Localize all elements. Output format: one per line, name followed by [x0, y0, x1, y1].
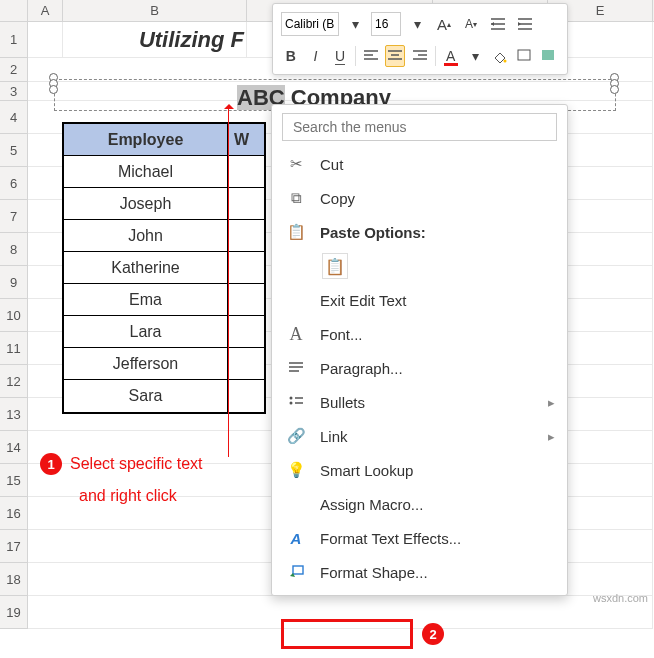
row-18[interactable]: 18 — [0, 563, 28, 596]
th-w: W — [228, 124, 264, 156]
increase-indent-icon[interactable] — [514, 13, 536, 35]
link-icon: 🔗 — [286, 427, 306, 445]
select-all-corner[interactable] — [0, 0, 28, 21]
copy-icon: ⧉ — [286, 189, 306, 207]
row-17[interactable]: 17 — [0, 530, 28, 563]
table-row[interactable]: Michael — [64, 156, 228, 188]
table-row[interactable]: Ema — [64, 284, 228, 316]
increase-font-icon[interactable]: A▴ — [433, 13, 455, 35]
row-13[interactable]: 13 — [0, 398, 28, 431]
align-left-icon[interactable] — [361, 45, 381, 67]
menu-bullets[interactable]: Bullets▸ — [272, 385, 567, 419]
data-table: Employee W MichaelJosephJohnKatherineEma… — [62, 122, 266, 414]
menu-search-input[interactable] — [282, 113, 557, 141]
clipboard-icon: 📋 — [286, 223, 306, 241]
th-employee: Employee — [64, 124, 228, 156]
row-9[interactable]: 9 — [0, 266, 28, 299]
menu-cut[interactable]: ✂Cut — [272, 147, 567, 181]
table-row[interactable]: Jefferson — [64, 348, 228, 380]
row-15[interactable]: 15 — [0, 464, 28, 497]
font-color-dropdown-icon[interactable]: ▾ — [465, 45, 485, 67]
row-10[interactable]: 10 — [0, 299, 28, 332]
style-button[interactable] — [539, 45, 559, 67]
col-b[interactable]: B — [63, 0, 247, 21]
menu-format-shape[interactable]: Format Shape... — [272, 555, 567, 589]
table-row[interactable]: Joseph — [64, 188, 228, 220]
align-center-icon[interactable] — [385, 45, 405, 67]
svg-point-4 — [290, 402, 293, 405]
row-11[interactable]: 11 — [0, 332, 28, 365]
mini-toolbar: ▾ ▾ A▴ A▾ B I U A ▾ — [272, 3, 568, 75]
context-menu: ✂Cut ⧉Copy 📋Paste Options: 📋 Exit Edit T… — [271, 104, 568, 596]
menu-paste-options: 📋Paste Options: — [272, 215, 567, 249]
row-7[interactable]: 7 — [0, 200, 28, 233]
watermark: wsxdn.com — [593, 592, 648, 604]
svg-point-0 — [503, 60, 506, 63]
underline-button[interactable]: U — [330, 45, 350, 67]
font-size-input[interactable] — [371, 12, 401, 36]
annotation-text-2: and right click — [79, 487, 177, 505]
badge-2: 2 — [422, 623, 444, 645]
row-16[interactable]: 16 — [0, 497, 28, 530]
annotation-1: 1 Select specific text — [40, 453, 203, 475]
row-19[interactable]: 19 — [0, 596, 28, 629]
bullets-icon — [286, 395, 306, 409]
svg-rect-2 — [542, 50, 554, 60]
format-shape-icon — [286, 565, 306, 579]
menu-paragraph[interactable]: Paragraph... — [272, 351, 567, 385]
font-icon: A — [286, 324, 306, 345]
table-row[interactable]: Katherine — [64, 252, 228, 284]
svg-rect-5 — [293, 566, 303, 574]
annotation-text-1: Select specific text — [70, 455, 203, 473]
scissors-icon: ✂ — [286, 155, 306, 173]
paragraph-icon — [286, 361, 306, 375]
row-12[interactable]: 12 — [0, 365, 28, 398]
row-3[interactable]: 3 — [0, 82, 28, 101]
paste-keep-text-icon[interactable]: 📋 — [322, 253, 348, 279]
row-14[interactable]: 14 — [0, 431, 28, 464]
decrease-font-icon[interactable]: A▾ — [460, 13, 482, 35]
bold-button[interactable]: B — [281, 45, 301, 67]
menu-link[interactable]: 🔗Link▸ — [272, 419, 567, 453]
annotation-arrow — [228, 107, 229, 457]
italic-button[interactable]: I — [306, 45, 326, 67]
menu-smart-lookup[interactable]: 💡Smart Lookup — [272, 453, 567, 487]
align-right-icon[interactable] — [410, 45, 430, 67]
chevron-right-icon: ▸ — [548, 429, 555, 444]
col-a[interactable]: A — [28, 0, 63, 21]
table-row[interactable]: John — [64, 220, 228, 252]
menu-format-text-effects[interactable]: AFormat Text Effects... — [272, 521, 567, 555]
outline-button[interactable] — [515, 45, 535, 67]
menu-exit-edit[interactable]: Exit Edit Text — [272, 283, 567, 317]
size-dropdown-icon[interactable]: ▾ — [406, 13, 428, 35]
row-2[interactable]: 2 — [0, 58, 28, 82]
menu-copy[interactable]: ⧉Copy — [272, 181, 567, 215]
lightbulb-icon: 💡 — [286, 461, 306, 479]
callout-box-format-shape — [281, 619, 413, 649]
badge-1: 1 — [40, 453, 62, 475]
title-cell: Utilizing F — [63, 22, 247, 58]
svg-rect-1 — [518, 50, 530, 60]
font-color-button[interactable]: A — [441, 45, 461, 67]
row-8[interactable]: 8 — [0, 233, 28, 266]
font-dropdown-icon[interactable]: ▾ — [344, 13, 366, 35]
table-row[interactable]: Sara — [64, 380, 228, 412]
chevron-right-icon: ▸ — [548, 395, 555, 410]
table-row[interactable]: Lara — [64, 316, 228, 348]
row-5[interactable]: 5 — [0, 134, 28, 167]
font-name-input[interactable] — [281, 12, 339, 36]
row-6[interactable]: 6 — [0, 167, 28, 200]
menu-font[interactable]: AFont... — [272, 317, 567, 351]
row-1[interactable]: 1 — [0, 22, 28, 58]
text-effects-icon: A — [286, 530, 306, 547]
decrease-indent-icon[interactable] — [487, 13, 509, 35]
row-4[interactable]: 4 — [0, 101, 28, 134]
svg-point-3 — [290, 397, 293, 400]
menu-assign-macro[interactable]: Assign Macro... — [272, 487, 567, 521]
fill-color-button[interactable] — [490, 45, 510, 67]
